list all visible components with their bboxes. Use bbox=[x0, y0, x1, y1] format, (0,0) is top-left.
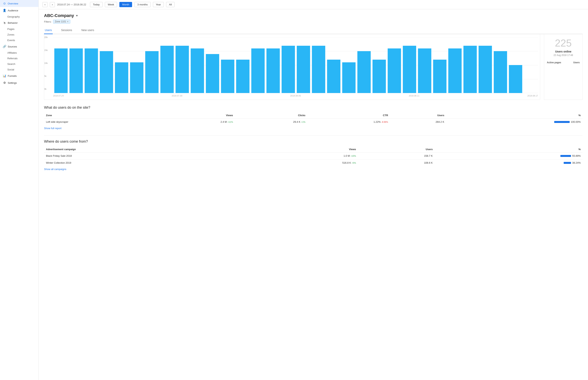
sidebar-item-behavior[interactable]: 🖱 Behavior bbox=[0, 19, 39, 26]
svg-rect-22 bbox=[312, 46, 325, 93]
svg-rect-17 bbox=[236, 60, 250, 93]
week-button[interactable]: Week bbox=[105, 2, 117, 7]
sidebar-label-overview: Overview bbox=[8, 2, 18, 5]
sidebar-item-zones[interactable]: Zones bbox=[0, 32, 39, 38]
online-date: 22 Aug 2018 17:48 bbox=[554, 54, 573, 57]
campaign-col-views: Views bbox=[251, 146, 358, 152]
settings-icon: ⚙ bbox=[3, 81, 6, 85]
campaign-bar bbox=[564, 162, 571, 164]
sidebar-item-settings[interactable]: ⚙ Settings bbox=[0, 79, 39, 86]
all-button[interactable]: All bbox=[166, 2, 175, 7]
next-button[interactable]: › bbox=[50, 2, 55, 7]
filter-zone-value: 1101 bbox=[61, 20, 66, 23]
zone-col-ctr: CTR bbox=[307, 112, 390, 118]
sidebar-item-sources[interactable]: 🔗 Sources bbox=[0, 43, 39, 50]
chart-area: 20k 15k 10k 5k 0k bbox=[44, 34, 540, 100]
zone-col-zone: Zone bbox=[44, 112, 162, 118]
sources-icon: 🔗 bbox=[3, 45, 6, 48]
svg-rect-15 bbox=[206, 54, 219, 93]
sidebar-item-geography[interactable]: Geography bbox=[0, 14, 39, 19]
sidebar-item-overview[interactable]: ⊙ Overview bbox=[0, 0, 39, 7]
campaign-views: 516.8 K +5% bbox=[251, 159, 358, 166]
svg-rect-26 bbox=[372, 60, 386, 93]
tab-sessions[interactable]: Sessions bbox=[60, 27, 73, 34]
campaign-col-percent: % bbox=[435, 146, 583, 152]
sidebar-label-audience: Audience bbox=[8, 9, 18, 12]
sidebar-item-search[interactable]: Search bbox=[0, 61, 39, 67]
svg-rect-24 bbox=[342, 62, 355, 93]
campaign-name: Black Friday Sale 2018 bbox=[44, 152, 251, 159]
prev-button[interactable]: ‹ bbox=[42, 2, 47, 7]
date-range: 2018.07.24 — 2018.08.22 bbox=[57, 3, 86, 6]
year-button[interactable]: Year bbox=[153, 2, 164, 7]
zone-col-users: Users bbox=[390, 112, 446, 118]
tab-users[interactable]: Users bbox=[44, 27, 53, 34]
svg-rect-7 bbox=[85, 48, 98, 93]
active-pages-header: Active pages Users bbox=[547, 61, 580, 64]
table-row: Black Friday Sale 2018 1.0 M +15% 158.7 … bbox=[44, 152, 583, 159]
sidebar-item-funnels[interactable]: 📊 Funnels bbox=[0, 72, 39, 79]
sidebar-item-events[interactable]: Events bbox=[0, 38, 39, 43]
sidebar-item-pages[interactable]: Pages bbox=[0, 26, 39, 32]
company-dropdown-icon[interactable]: ▼ bbox=[76, 14, 78, 17]
campaign-users: 158.7 K bbox=[358, 152, 435, 159]
today-button[interactable]: Today bbox=[90, 2, 102, 7]
tab-new-users[interactable]: New users bbox=[80, 27, 95, 34]
campaign-views: 1.0 M +15% bbox=[251, 152, 358, 159]
audience-icon: 👤 bbox=[3, 9, 6, 12]
zone-name: Left side skyscraper bbox=[44, 118, 162, 125]
online-panel: 225 Users online 22 Aug 2018 17:48 Activ… bbox=[544, 34, 583, 100]
behavior-icon: 🖱 bbox=[3, 21, 6, 24]
campaign-users: 108.6 K bbox=[358, 159, 435, 166]
zone-col-clicks: Clicks bbox=[235, 112, 307, 118]
company-title: ABC-Company bbox=[44, 13, 74, 18]
table-row: Winter Collection 2019 516.8 K +5% 108.6… bbox=[44, 159, 583, 166]
company-header: ABC-Company ▼ bbox=[44, 13, 583, 18]
filter-remove-icon[interactable]: ✕ bbox=[67, 20, 69, 23]
svg-rect-27 bbox=[388, 48, 401, 93]
chart-svg-area bbox=[46, 37, 538, 94]
show-full-report-link[interactable]: Show full report bbox=[44, 127, 61, 130]
sidebar-label-geography: Geography bbox=[7, 15, 20, 18]
zone-views: 2.4 M +11% bbox=[162, 118, 235, 125]
svg-rect-12 bbox=[160, 46, 174, 93]
svg-rect-25 bbox=[357, 51, 371, 93]
svg-rect-35 bbox=[509, 65, 522, 93]
chart-container: 20k 15k 10k 5k 0k bbox=[44, 34, 583, 100]
svg-rect-34 bbox=[494, 51, 507, 93]
sidebar-label-referrals: Referrals bbox=[7, 57, 18, 60]
svg-rect-19 bbox=[267, 48, 280, 93]
svg-rect-28 bbox=[403, 46, 416, 93]
sidebar-label-funnels: Funnels bbox=[8, 75, 17, 77]
zone-table: Zone Views Clicks CTR Users % Left side … bbox=[44, 112, 583, 125]
svg-rect-33 bbox=[478, 46, 492, 93]
filters-label: Filters: bbox=[44, 20, 52, 23]
metric-tabs: Users Sessions New users bbox=[44, 27, 583, 34]
sidebar-item-audience[interactable]: 👤 Audience bbox=[0, 7, 39, 14]
svg-rect-16 bbox=[221, 60, 234, 93]
campaign-percent: 38.24% bbox=[435, 159, 583, 166]
svg-rect-21 bbox=[297, 46, 310, 93]
sidebar-label-sources: Sources bbox=[8, 45, 17, 48]
svg-rect-8 bbox=[100, 51, 113, 93]
show-all-campaigns-link[interactable]: Show all campaigns bbox=[44, 168, 66, 171]
three-months-button[interactable]: 3 months bbox=[134, 2, 150, 7]
svg-rect-5 bbox=[54, 48, 68, 93]
sidebar-item-referrals[interactable]: Referrals bbox=[0, 56, 39, 61]
table-row: Left side skyscraper 2.4 M +11% 29.4 K +… bbox=[44, 118, 583, 125]
chart-x-labels: 2018.07.24 2018.07.30 2018.08.05 2018.08… bbox=[46, 95, 538, 97]
sidebar-label-settings: Settings bbox=[8, 81, 17, 84]
svg-rect-18 bbox=[251, 48, 265, 93]
svg-rect-11 bbox=[145, 51, 158, 93]
svg-rect-30 bbox=[433, 60, 447, 93]
svg-rect-13 bbox=[176, 46, 189, 93]
svg-rect-9 bbox=[115, 62, 128, 93]
zone-pct-label: 100.00% bbox=[571, 120, 581, 123]
svg-rect-29 bbox=[418, 48, 431, 93]
sidebar-item-social[interactable]: Social bbox=[0, 67, 39, 72]
month-button[interactable]: Month bbox=[119, 2, 132, 7]
separator bbox=[44, 135, 583, 136]
svg-rect-20 bbox=[282, 46, 295, 93]
svg-rect-10 bbox=[130, 62, 143, 93]
sidebar-item-affiliates[interactable]: Affiliates bbox=[0, 50, 39, 56]
